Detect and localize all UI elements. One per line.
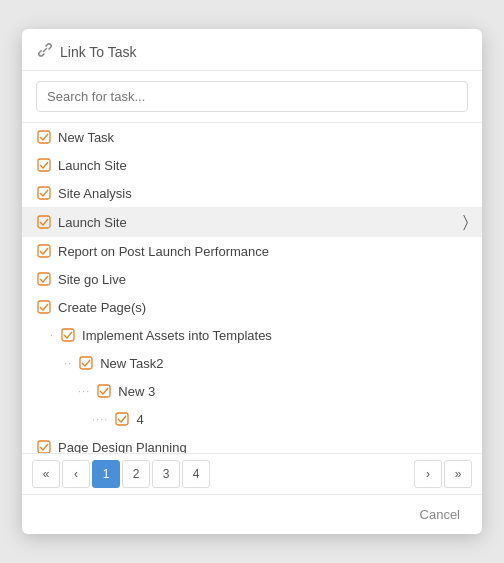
task-label: New Task — [58, 130, 114, 145]
task-item[interactable]: Report on Post Launch Performance — [22, 237, 482, 265]
first-page-button[interactable]: « — [32, 460, 60, 488]
task-checkbox-icon — [36, 439, 52, 453]
cancel-button[interactable]: Cancel — [412, 503, 468, 526]
svg-rect-1 — [38, 159, 50, 171]
task-item[interactable]: · · New Task2 — [22, 349, 482, 377]
svg-rect-2 — [38, 187, 50, 199]
page-number-button[interactable]: 2 — [122, 460, 150, 488]
next-page-button[interactable]: › — [414, 460, 442, 488]
svg-rect-8 — [80, 357, 92, 369]
svg-rect-4 — [38, 245, 50, 257]
indent-dots: · · — [64, 357, 70, 369]
svg-rect-0 — [38, 131, 50, 143]
svg-rect-9 — [98, 385, 110, 397]
indent-dots: · · · · — [92, 413, 106, 425]
task-checkbox-icon — [114, 411, 130, 427]
task-checkbox-icon — [96, 383, 112, 399]
task-label: New 3 — [118, 384, 155, 399]
pagination-bar: «‹1234›» — [22, 453, 482, 494]
cursor-pointer-icon: 〉 — [463, 213, 468, 231]
svg-rect-3 — [38, 216, 50, 228]
task-label: Page Design Planning — [58, 440, 187, 454]
task-item[interactable]: · · · New 3 — [22, 377, 482, 405]
page-number-button[interactable]: 3 — [152, 460, 180, 488]
task-label: 4 — [136, 412, 143, 427]
task-list: New Task Launch Site Site Analysis Launc… — [22, 123, 482, 453]
task-label: Create Page(s) — [58, 300, 146, 315]
task-label: Site go Live — [58, 272, 126, 287]
modal-header: Link To Task — [22, 29, 482, 71]
last-page-button[interactable]: » — [444, 460, 472, 488]
task-checkbox-icon — [36, 129, 52, 145]
task-checkbox-icon — [36, 299, 52, 315]
task-checkbox-icon — [60, 327, 76, 343]
task-label: Implement Assets into Templates — [82, 328, 272, 343]
task-item[interactable]: Site go Live — [22, 265, 482, 293]
task-checkbox-icon — [36, 243, 52, 259]
modal-footer: Cancel — [22, 494, 482, 534]
svg-rect-6 — [38, 301, 50, 313]
search-input[interactable] — [36, 81, 468, 112]
task-item[interactable]: Page Design Planning — [22, 433, 482, 453]
task-label: Launch Site — [58, 158, 127, 173]
task-item[interactable]: · · · · 4 — [22, 405, 482, 433]
task-checkbox-icon — [78, 355, 94, 371]
task-label: New Task2 — [100, 356, 163, 371]
task-item[interactable]: Create Page(s) — [22, 293, 482, 321]
task-checkbox-icon — [36, 157, 52, 173]
task-item[interactable]: Launch Site — [22, 151, 482, 179]
task-checkbox-icon — [36, 214, 52, 230]
task-label: Site Analysis — [58, 186, 132, 201]
svg-rect-7 — [62, 329, 74, 341]
task-label: Launch Site — [58, 215, 127, 230]
task-item[interactable]: Launch Site〉 — [22, 207, 482, 237]
task-item[interactable]: Site Analysis — [22, 179, 482, 207]
prev-page-button[interactable]: ‹ — [62, 460, 90, 488]
search-area — [22, 71, 482, 123]
svg-rect-5 — [38, 273, 50, 285]
indent-dots: · — [50, 329, 52, 341]
indent-dots: · · · — [78, 385, 88, 397]
page-number-button[interactable]: 4 — [182, 460, 210, 488]
task-item[interactable]: · Implement Assets into Templates — [22, 321, 482, 349]
page-number-button[interactable]: 1 — [92, 460, 120, 488]
task-item[interactable]: New Task — [22, 123, 482, 151]
task-checkbox-icon — [36, 271, 52, 287]
svg-rect-11 — [38, 441, 50, 453]
task-label: Report on Post Launch Performance — [58, 244, 269, 259]
svg-rect-10 — [116, 413, 128, 425]
task-checkbox-icon — [36, 185, 52, 201]
link-icon — [38, 43, 52, 60]
modal-title: Link To Task — [60, 44, 137, 60]
link-to-task-modal: Link To Task New Task Launch Site Site A… — [22, 29, 482, 534]
